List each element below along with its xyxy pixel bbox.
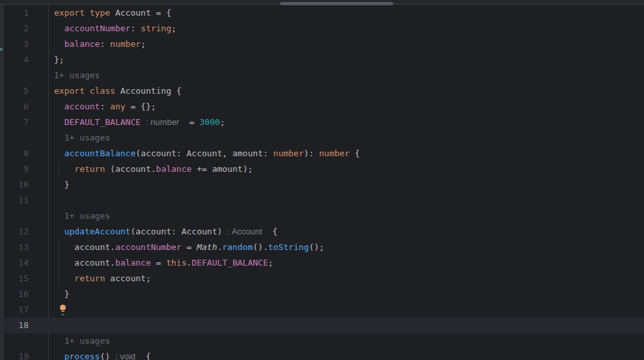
code-line[interactable]: 5export class Accounting { [0,83,644,99]
code-line[interactable]: 14 account.balance = this.DEFAULT_BALANC… [0,255,644,271]
code-line[interactable]: 16 } [0,286,644,302]
code-text: DEFAULT_BALANCE : number = 3000; [54,115,225,130]
code-token: ; [171,23,176,33]
code-token: balance [64,39,100,49]
type-hint[interactable]: : void [115,352,135,360]
code-text: balance: number; [54,36,146,52]
inlay-usages-hint[interactable]: 1+ usages [54,333,110,349]
code-line[interactable]: 7 DEFAULT_BALANCE : number = 3000; [0,115,644,130]
intention-lightbulb-icon[interactable] [60,305,66,314]
code-token: accountNumber [64,23,131,33]
usages-hint-row[interactable]: 1+ usages [0,333,644,349]
code-token: : [100,102,110,111]
usages-hint[interactable]: 1+ usages [64,211,110,221]
code-text: process() : void { [54,349,151,360]
code-token: DEFAULT_BALANCE [64,117,146,127]
line-number[interactable]: 8 [0,146,29,161]
code-token: account. [54,258,115,268]
line-number[interactable]: 19 [0,349,29,360]
usages-hint-row[interactable]: 1+ usages [0,68,644,83]
code-token: accountNumber [115,242,182,252]
code-text: return account; [54,271,151,286]
line-number[interactable]: 14 [0,255,29,271]
code-text: export type Account = { [54,5,171,21]
code-line[interactable]: 11 [0,193,644,208]
code-line[interactable]: 6 account: any = {}; [0,99,644,115]
code-token: export class [54,86,120,96]
code-token: ; [141,39,146,49]
code-line[interactable]: 4}; [0,52,644,68]
code-token: number [319,148,350,158]
line-number[interactable]: 3 [0,36,29,52]
code-token: return [74,164,105,174]
code-token: (account: Account) [130,227,227,236]
code-line[interactable]: 19 process() : void { [0,349,644,360]
usages-hint[interactable]: 1+ usages [64,133,110,143]
code-token: Account = { [115,8,171,18]
usages-hint[interactable]: 1+ usages [64,336,110,346]
type-hint[interactable]: : number [146,117,179,127]
panel-splitter[interactable] [0,5,4,360]
code-text: export class Accounting { [54,83,182,99]
code-token: string [141,23,171,33]
inlay-usages-hint[interactable]: 1+ usages [54,130,110,146]
line-number[interactable]: 7 [0,115,29,130]
code-token: number [110,39,141,49]
code-token: (account: Account, amount: [135,148,273,158]
code-line[interactable]: 18 [0,318,644,333]
line-number[interactable]: 15 [0,271,29,286]
code-token: ; [268,258,273,268]
horizontal-scrollbar-thumb[interactable] [280,2,393,5]
line-number[interactable]: 18 [0,318,29,333]
line-number[interactable]: 2 [0,21,29,36]
code-token: any [110,102,125,111]
inlay-usages-hint[interactable]: 1+ usages [54,68,100,83]
code-line[interactable]: 1export type Account = { [0,5,644,21]
code-line[interactable]: 12 updateAccount(account: Account) : Acc… [0,224,644,240]
code-token: { [350,148,360,158]
code-text: account: any = {}; [54,99,156,115]
line-number[interactable]: 11 [0,193,29,208]
code-token: updateAccount [64,227,131,236]
line-number[interactable]: 1 [0,5,29,21]
line-number[interactable]: 16 [0,286,29,302]
line-number[interactable]: 9 [0,161,29,177]
code-line[interactable]: 8 accountBalance(account: Account, amoun… [0,146,644,161]
code-token: } [54,180,69,189]
code-token: (account. [105,164,156,174]
code-token: { [135,352,150,360]
usages-hint[interactable]: 1+ usages [54,70,100,80]
line-number[interactable]: 4 [0,52,29,68]
inlay-usages-hint[interactable]: 1+ usages [54,208,110,224]
code-token: account [64,102,100,111]
code-line[interactable]: 3 balance: number; [0,36,644,52]
code-line[interactable]: 17 [0,302,644,318]
code-token: Accounting { [120,86,182,96]
code-token: toString [268,242,309,252]
code-token [54,39,64,49]
code-text: account.balance = this.DEFAULT_BALANCE; [54,255,273,271]
code-line[interactable]: 10 } [0,177,644,193]
code-token [54,102,64,111]
code-line[interactable]: 2 accountNumber: string; [0,21,644,36]
code-text: }; [54,52,64,68]
code-line[interactable]: 13 account.accountNumber = Math.random()… [0,240,644,255]
code-line[interactable]: 9 return (account.balance += amount); [0,161,644,177]
code-token: DEFAULT_BALANCE [191,258,268,268]
code-token: : [130,23,141,33]
line-number[interactable]: 12 [0,224,29,240]
type-hint[interactable]: : Account [227,227,262,236]
usages-hint-row[interactable]: 1+ usages [0,130,644,146]
line-number[interactable]: 10 [0,177,29,193]
code-token [54,148,64,158]
code-token: Math [197,242,217,252]
code-token: (). [253,242,268,252]
line-number[interactable]: 5 [0,83,29,99]
line-number[interactable]: 13 [0,240,29,255]
line-number[interactable]: 6 [0,99,29,115]
line-number[interactable]: 17 [0,302,29,318]
code-token[interactable]: process [64,352,100,360]
code-token [54,117,64,127]
code-line[interactable]: 15 return account; [0,271,644,286]
usages-hint-row[interactable]: 1+ usages [0,208,644,224]
